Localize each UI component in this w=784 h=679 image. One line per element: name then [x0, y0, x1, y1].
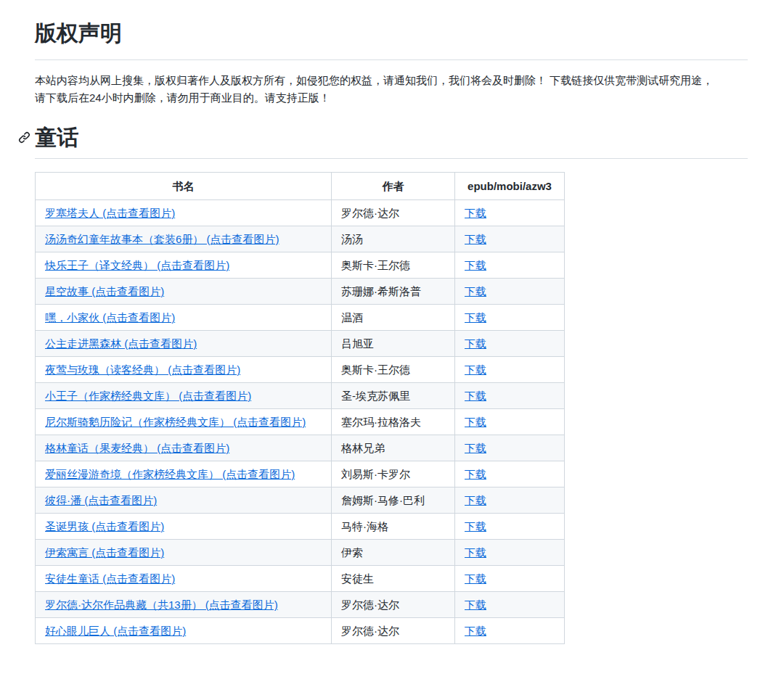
author-cell: 奥斯卡·王尔德 [332, 252, 455, 279]
book-title-link[interactable]: 星空故事 (点击查看图片) [45, 285, 164, 297]
download-cell: 下载 [455, 226, 565, 252]
download-link[interactable]: 下载 [465, 625, 486, 637]
heading-anchor-link[interactable] [18, 131, 30, 144]
book-title-link[interactable]: 好心眼儿巨人 (点击查看图片) [45, 625, 186, 637]
download-link[interactable]: 下载 [465, 572, 486, 585]
book-title-cell: 嘿，小家伙 (点击查看图片) [36, 305, 332, 331]
download-cell: 下载 [455, 279, 565, 305]
author-cell: 刘易斯·卡罗尔 [332, 461, 455, 487]
copyright-disclaimer-text: 本站内容均从网上搜集，版权归著作人及版权方所有，如侵犯您的权益，请通知我们，我们… [35, 72, 748, 107]
book-title-link[interactable]: 公主走进黑森林 (点击查看图片) [45, 337, 197, 350]
author-cell: 汤汤 [332, 226, 455, 252]
table-row: 夜莺与玫瑰（读客经典） (点击查看图片)奥斯卡·王尔德下载 [36, 357, 565, 383]
table-row: 罗塞塔夫人 (点击查看图片)罗尔德·达尔下载 [36, 200, 565, 226]
book-title-link[interactable]: 安徒生童话 (点击查看图片) [45, 572, 175, 585]
download-cell: 下载 [455, 252, 565, 279]
download-cell: 下载 [455, 618, 565, 644]
books-table: 书名 作者 epub/mobi/azw3 罗塞塔夫人 (点击查看图片)罗尔德·达… [35, 172, 565, 644]
author-cell: 苏珊娜·希斯洛普 [332, 279, 455, 305]
download-cell: 下载 [455, 200, 565, 226]
table-row: 快乐王子（译文经典） (点击查看图片)奥斯卡·王尔德下载 [36, 252, 565, 279]
download-cell: 下载 [455, 514, 565, 540]
download-link[interactable]: 下载 [465, 390, 486, 402]
download-link[interactable]: 下载 [465, 285, 486, 297]
column-header-format: epub/mobi/azw3 [455, 173, 565, 200]
table-row: 尼尔斯骑鹅历险记（作家榜经典文库） (点击查看图片)塞尔玛·拉格洛夫下载 [36, 409, 565, 435]
download-link[interactable]: 下载 [465, 311, 486, 324]
author-cell: 罗尔德·达尔 [332, 200, 455, 226]
book-title-cell: 罗塞塔夫人 (点击查看图片) [36, 200, 332, 226]
download-link[interactable]: 下载 [465, 598, 486, 611]
book-title-link[interactable]: 圣诞男孩 (点击查看图片) [45, 520, 164, 532]
book-title-link[interactable]: 小王子（作家榜经典文库） (点击查看图片) [45, 390, 251, 402]
book-title-link[interactable]: 格林童话（果麦经典） (点击查看图片) [45, 442, 229, 454]
book-title-link[interactable]: 快乐王子（译文经典） (点击查看图片) [45, 259, 229, 271]
author-cell: 罗尔德·达尔 [332, 618, 455, 644]
book-title-link[interactable]: 爱丽丝漫游奇境（作家榜经典文库） (点击查看图片) [45, 468, 295, 480]
download-link[interactable]: 下载 [465, 520, 486, 532]
table-row: 罗尔德·达尔作品典藏（共13册） (点击查看图片)罗尔德·达尔下载 [36, 592, 565, 618]
table-row: 伊索寓言 (点击查看图片)伊索下载 [36, 540, 565, 566]
section-heading: 童话 [35, 125, 748, 159]
table-row: 圣诞男孩 (点击查看图片)马特·海格下载 [36, 514, 565, 540]
download-link[interactable]: 下载 [465, 546, 486, 559]
table-header-row: 书名 作者 epub/mobi/azw3 [36, 173, 565, 200]
book-title-link[interactable]: 夜莺与玫瑰（读客经典） (点击查看图片) [45, 363, 240, 376]
book-title-cell: 小王子（作家榜经典文库） (点击查看图片) [36, 383, 332, 409]
download-cell: 下载 [455, 592, 565, 618]
book-title-cell: 格林童话（果麦经典） (点击查看图片) [36, 435, 332, 461]
download-cell: 下载 [455, 435, 565, 461]
book-title-link[interactable]: 嘿，小家伙 (点击查看图片) [45, 311, 175, 324]
author-cell: 温酒 [332, 305, 455, 331]
table-row: 爱丽丝漫游奇境（作家榜经典文库） (点击查看图片)刘易斯·卡罗尔下载 [36, 461, 565, 487]
download-link[interactable]: 下载 [465, 259, 486, 271]
table-row: 格林童话（果麦经典） (点击查看图片)格林兄弟下载 [36, 435, 565, 461]
download-link[interactable]: 下载 [465, 468, 486, 480]
download-link[interactable]: 下载 [465, 442, 486, 454]
page: 版权声明 本站内容均从网上搜集，版权归著作人及版权方所有，如侵犯您的权益，请通知… [0, 0, 784, 673]
book-title-link[interactable]: 伊索寓言 (点击查看图片) [45, 546, 164, 559]
download-link[interactable]: 下载 [465, 207, 486, 219]
book-title-cell: 星空故事 (点击查看图片) [36, 279, 332, 305]
author-cell: 罗尔德·达尔 [332, 592, 455, 618]
book-title-cell: 尼尔斯骑鹅历险记（作家榜经典文库） (点击查看图片) [36, 409, 332, 435]
download-cell: 下载 [455, 305, 565, 331]
book-title-cell: 好心眼儿巨人 (点击查看图片) [36, 618, 332, 644]
download-cell: 下载 [455, 540, 565, 566]
book-title-cell: 罗尔德·达尔作品典藏（共13册） (点击查看图片) [36, 592, 332, 618]
download-cell: 下载 [455, 461, 565, 487]
book-title-cell: 伊索寓言 (点击查看图片) [36, 540, 332, 566]
table-row: 星空故事 (点击查看图片)苏珊娜·希斯洛普下载 [36, 279, 565, 305]
download-link[interactable]: 下载 [465, 363, 486, 376]
book-title-link[interactable]: 尼尔斯骑鹅历险记（作家榜经典文库） (点击查看图片) [45, 416, 306, 428]
table-row: 好心眼儿巨人 (点击查看图片)罗尔德·达尔下载 [36, 618, 565, 644]
section-title-text: 童话 [35, 125, 78, 149]
download-link[interactable]: 下载 [465, 416, 486, 428]
download-link[interactable]: 下载 [465, 233, 486, 245]
book-title-link[interactable]: 罗塞塔夫人 (点击查看图片) [45, 207, 175, 219]
download-cell: 下载 [455, 487, 565, 514]
book-title-link[interactable]: 汤汤奇幻童年故事本（套装6册） (点击查看图片) [45, 233, 279, 245]
book-title-cell: 圣诞男孩 (点击查看图片) [36, 514, 332, 540]
book-title-link[interactable]: 彼得·潘 (点击查看图片) [45, 494, 157, 506]
download-cell: 下载 [455, 331, 565, 357]
download-cell: 下载 [455, 566, 565, 592]
download-cell: 下载 [455, 409, 565, 435]
book-title-link[interactable]: 罗尔德·达尔作品典藏（共13册） (点击查看图片) [45, 598, 278, 611]
book-title-cell: 快乐王子（译文经典） (点击查看图片) [36, 252, 332, 279]
table-row: 公主走进黑森林 (点击查看图片)吕旭亚下载 [36, 331, 565, 357]
author-cell: 安徒生 [332, 566, 455, 592]
download-cell: 下载 [455, 383, 565, 409]
table-row: 嘿，小家伙 (点击查看图片)温酒下载 [36, 305, 565, 331]
table-row: 彼得·潘 (点击查看图片)詹姆斯·马修·巴利下载 [36, 487, 565, 514]
author-cell: 格林兄弟 [332, 435, 455, 461]
download-cell: 下载 [455, 357, 565, 383]
book-title-cell: 夜莺与玫瑰（读客经典） (点击查看图片) [36, 357, 332, 383]
author-cell: 马特·海格 [332, 514, 455, 540]
author-cell: 圣-埃克苏佩里 [332, 383, 455, 409]
book-title-cell: 汤汤奇幻童年故事本（套装6册） (点击查看图片) [36, 226, 332, 252]
author-cell: 奥斯卡·王尔德 [332, 357, 455, 383]
download-link[interactable]: 下载 [465, 337, 486, 350]
link-icon [18, 131, 30, 144]
download-link[interactable]: 下载 [465, 494, 486, 506]
